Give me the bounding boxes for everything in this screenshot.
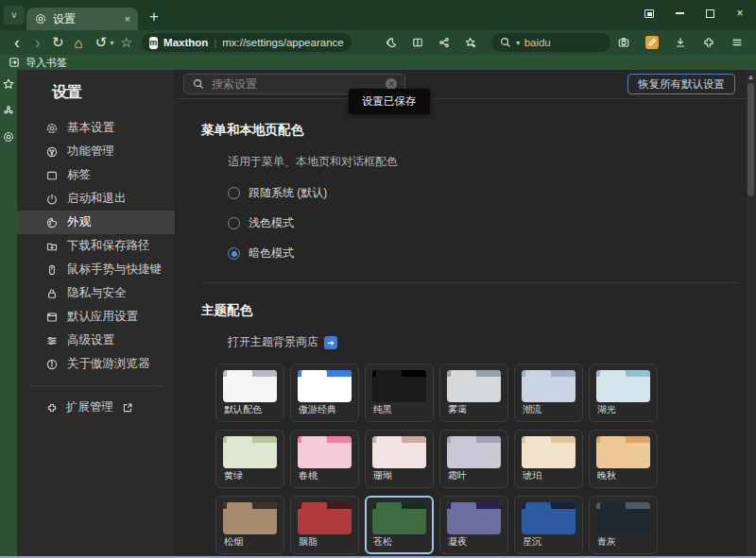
theme-preview (447, 502, 501, 534)
sidebar-item[interactable]: 功能管理 (17, 140, 175, 163)
boss-key-icon[interactable] (639, 5, 660, 22)
scrollbar[interactable]: ▲ (746, 70, 756, 556)
theme-preview (223, 436, 277, 468)
appwindow-icon (45, 311, 59, 324)
sidebar-item[interactable]: 隐私与安全 (17, 281, 175, 305)
theme-swatch[interactable]: 潮流 (514, 364, 583, 422)
forward-button[interactable]: › (28, 33, 47, 52)
tab-icon (45, 169, 59, 182)
theme-swatch[interactable]: 湖光 (589, 364, 658, 422)
sidebar-item[interactable]: 鼠标手势与快捷键 (17, 258, 175, 281)
rail-favorites-icon[interactable] (2, 77, 15, 91)
radio-button[interactable] (228, 187, 240, 199)
section-divider (201, 282, 737, 283)
color-mode-option[interactable]: 暗色模式 (228, 245, 756, 262)
theme-swatch[interactable]: 青灰 (589, 496, 658, 554)
address-url[interactable]: mx://settings/appearance (222, 37, 344, 48)
reload-button[interactable]: ↻ (49, 33, 68, 52)
share-icon[interactable] (433, 33, 455, 52)
new-tab-button[interactable]: + (149, 8, 159, 25)
theme-name: 苍松 (373, 535, 392, 549)
add-favorite-icon[interactable] (459, 33, 482, 52)
tab-settings[interactable]: 设置 × (26, 8, 138, 30)
info-icon (45, 358, 59, 371)
theme-swatch[interactable]: 琥珀 (514, 430, 583, 488)
scrollbar-up-icon[interactable]: ▲ (746, 70, 756, 81)
undo-closed-tab-button[interactable]: ↺ ▼ (90, 33, 115, 52)
theme-preview (372, 436, 426, 468)
favorites-star-button[interactable]: ☆ (117, 33, 136, 52)
settings-content: ✕ 恢复所有默认设置 设置已保存 菜单和本地页配色 适用于菜单、本地页和对话框配… (175, 70, 756, 556)
theme-preview (372, 502, 426, 534)
search-bar[interactable]: ▼ baidu (491, 33, 610, 52)
theme-swatch[interactable]: 胭脂 (290, 496, 359, 554)
download-icon[interactable] (669, 33, 692, 52)
back-button[interactable]: ‹ (8, 33, 26, 52)
import-bookmarks-button[interactable]: 导入书签 (26, 56, 67, 70)
sidebar-item[interactable]: 关于傲游浏览器 (17, 352, 175, 376)
theme-swatch[interactable]: 默认配色 (215, 364, 284, 422)
sidebar-item-extensions[interactable]: 扩展管理 (17, 396, 175, 419)
sidebar-item[interactable]: 基本设置 (17, 116, 175, 140)
navigation-bar: ‹ › ↻ ⌂ ↺ ▼ ☆ m Maxthon | mx://settings/… (0, 30, 756, 55)
sidebar-item[interactable]: 标签 (17, 163, 175, 187)
maximize-button[interactable] (699, 5, 720, 22)
reader-mode-icon[interactable] (406, 33, 429, 52)
extension-icon (45, 401, 59, 414)
store-link-icon[interactable]: ➜ (324, 336, 337, 349)
settings-scroll-area: 菜单和本地页配色 适用于菜单、本地页和对话框配色 跟随系统 (默认)浅色模式暗色… (176, 99, 756, 556)
theme-colors-section-title: 主题配色 (201, 302, 756, 319)
bookmark-bar: 导入书签 (0, 55, 756, 70)
theme-swatch[interactable]: 黄绿 (215, 430, 284, 488)
theme-swatch[interactable]: 雾霭 (439, 364, 508, 422)
extensions-icon[interactable] (697, 33, 720, 52)
radio-button[interactable] (228, 217, 240, 229)
theme-swatch[interactable]: 春桃 (290, 430, 359, 488)
theme-swatch[interactable]: 霜叶 (439, 430, 508, 488)
restore-defaults-button[interactable]: 恢复所有默认设置 (627, 74, 735, 94)
undo-caret-icon: ▼ (109, 40, 115, 46)
theme-swatch[interactable]: 松烟 (215, 496, 284, 554)
address-brand: Maxthon (163, 37, 208, 48)
screenshot-icon[interactable] (612, 33, 635, 52)
power-icon (45, 193, 59, 206)
theme-swatch[interactable]: 苍松 (365, 496, 434, 554)
theme-preview (522, 502, 576, 534)
sidebar-item[interactable]: 默认应用设置 (17, 305, 175, 329)
color-mode-option[interactable]: 浅色模式 (228, 215, 756, 231)
close-button[interactable]: × (730, 5, 750, 22)
maxnote-icon[interactable] (641, 33, 663, 52)
menu-icon[interactable] (726, 33, 748, 52)
sidebar-item[interactable]: 外观 (17, 211, 175, 234)
theme-swatch[interactable]: 珊瑚 (365, 430, 434, 488)
search-engine-text[interactable]: baidu (524, 37, 551, 48)
tab-close-icon[interactable]: × (125, 13, 130, 25)
search-engine-caret-icon[interactable]: ▼ (515, 40, 522, 46)
theme-preview (522, 370, 576, 402)
theme-swatch[interactable]: 纯黑 (365, 364, 434, 422)
home-button[interactable]: ⌂ (69, 33, 88, 52)
toolbar-mid-icons (380, 33, 482, 52)
sidebar-item[interactable]: 高级设置 (17, 329, 175, 352)
theme-store-link[interactable]: 打开主题背景商店 ➜ (228, 334, 756, 350)
radio-button[interactable] (228, 247, 240, 260)
quiet-mode-icon[interactable] (380, 33, 403, 52)
minimize-button[interactable] (669, 5, 690, 22)
rail-settings-icon[interactable] (2, 130, 15, 144)
settings-search-icon (192, 77, 205, 91)
theme-swatch[interactable]: 晚秋 (589, 430, 658, 488)
sidebar-item[interactable]: 启动和退出 (17, 187, 175, 211)
themes-grid: 默认配色傲游经典纯黑雾霭潮流湖光黄绿春桃珊瑚霜叶琥珀晚秋松烟胭脂苍松凝夜星沉青灰… (215, 364, 756, 556)
address-bar[interactable]: m Maxthon | mx://settings/appearance (142, 33, 352, 52)
theme-swatch[interactable]: 星沉 (514, 496, 583, 554)
tab-list-chevron-button[interactable]: ˅ (4, 6, 25, 25)
theme-name: 青灰 (597, 535, 616, 549)
theme-swatch[interactable]: 凝夜 (439, 496, 508, 554)
theme-swatch[interactable]: 傲游经典 (290, 364, 359, 422)
theme-name: 星沉 (523, 535, 541, 549)
color-mode-option[interactable]: 跟随系统 (默认) (228, 185, 756, 201)
theme-preview (447, 370, 501, 402)
scrollbar-thumb[interactable] (747, 83, 754, 196)
rail-skin-icon[interactable] (2, 104, 15, 117)
sidebar-item[interactable]: 下载和保存路径 (17, 234, 175, 258)
